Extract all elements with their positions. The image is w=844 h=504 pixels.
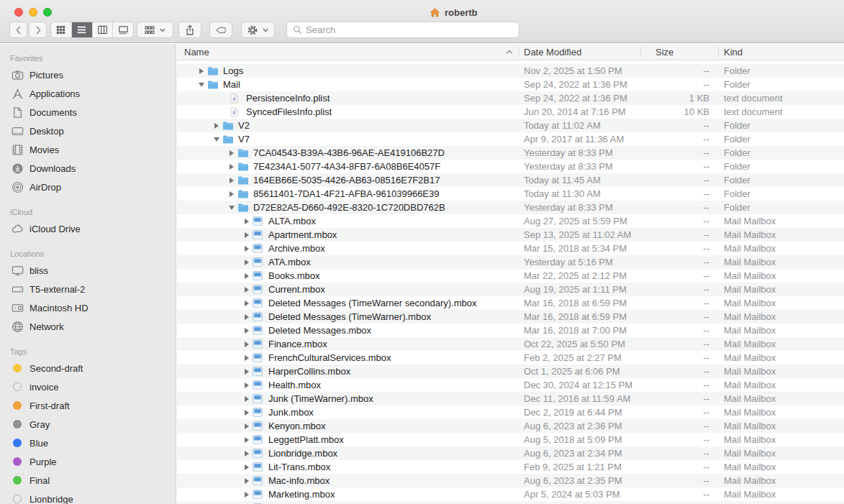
table-row[interactable]: Current.mbox Aug 19, 2025 at 1:11 PM -- … (177, 283, 844, 296)
table-row[interactable]: Marketing.mbox Apr 5, 2024 at 5:03 PM --… (177, 487, 844, 501)
disclosure-triangle-icon[interactable] (242, 446, 253, 460)
sidebar-item-gray[interactable]: Gray (0, 415, 176, 434)
disclosure-triangle-icon[interactable] (227, 160, 237, 173)
table-row[interactable]: V7 Apr 9, 2017 at 11:36 AM -- Folder (177, 132, 844, 146)
icon-view-button[interactable] (51, 22, 72, 37)
disclosure-triangle-icon[interactable] (242, 255, 253, 269)
sidebar-item-first-draft[interactable]: First-draft (0, 396, 176, 415)
table-row[interactable]: Junk.mbox Dec 2, 2019 at 6:44 PM -- Mail… (177, 406, 844, 419)
disclosure-triangle-icon[interactable] (242, 406, 253, 419)
disclosure-triangle-icon[interactable] (197, 64, 207, 78)
column-view-button[interactable] (93, 22, 114, 37)
tag-button[interactable] (209, 22, 232, 38)
disclosure-triangle-icon[interactable] (242, 269, 253, 283)
table-row[interactable]: ATA.mbox Yesterday at 5:16 PM -- Mail Ma… (177, 255, 844, 269)
disclosure-triangle-icon[interactable] (212, 119, 222, 132)
minimize-button[interactable] (29, 8, 37, 17)
table-row[interactable]: FrenchCulturalServices.mbox Feb 2, 2025 … (177, 351, 844, 365)
disclosure-triangle-icon[interactable] (242, 242, 253, 255)
column-header-kind[interactable]: Kind (724, 44, 743, 60)
table-row[interactable]: D72E82A5-D660-492E-8320-1C720DBD762B Yes… (177, 201, 844, 214)
table-row[interactable]: Mac-info.mbox Aug 6, 2023 at 2:35 PM -- … (177, 474, 844, 487)
column-header-size[interactable]: Size (655, 44, 673, 60)
column-header-name[interactable]: Name (184, 44, 209, 60)
disclosure-triangle-icon[interactable] (242, 228, 253, 242)
sidebar-item-desktop[interactable]: Desktop (0, 122, 176, 140)
disclosure-triangle-icon[interactable] (242, 310, 253, 324)
sidebar-item-icloud-drive[interactable]: iCloud Drive (0, 219, 176, 238)
table-row[interactable]: Deleted Messages (TimeWarner secondary).… (177, 296, 844, 310)
table-row[interactable]: HarperCollins.mbox Oct 1, 2025 at 6:06 P… (177, 365, 844, 378)
disclosure-triangle-icon[interactable] (242, 487, 253, 501)
sidebar-item-pictures[interactable]: Pictures (0, 65, 176, 84)
table-row[interactable]: Finance.mbox Oct 22, 2025 at 5:50 PM -- … (177, 337, 844, 351)
disclosure-triangle-icon[interactable] (242, 433, 253, 446)
table-row[interactable]: Archive.mbox Mar 15, 2018 at 5:34 PM -- … (177, 242, 844, 255)
table-row[interactable]: 7CA04543-B39A-43B6-96AE-AE419106B27D Yes… (177, 146, 844, 160)
table-row[interactable]: Deleted Messages.mbox Mar 16, 2018 at 7:… (177, 324, 844, 337)
table-row[interactable]: Lit-Trans.mbox Feb 9, 2025 at 1:21 PM --… (177, 460, 844, 474)
table-row[interactable]: Kenyon.mbox Aug 6, 2023 at 2:36 PM -- Ma… (177, 419, 844, 433)
sidebar-item-bliss[interactable]: bliss (0, 261, 176, 280)
table-row[interactable]: Lionbridge.mbox Aug 6, 2023 at 2:34 PM -… (177, 446, 844, 460)
disclosure-triangle-icon[interactable] (242, 365, 253, 378)
sidebar-item-second-draft[interactable]: Second-draft (0, 359, 176, 377)
disclosure-triangle-icon[interactable] (242, 324, 253, 337)
disclosure-triangle-icon[interactable] (242, 351, 253, 365)
disclosure-triangle-icon[interactable] (212, 132, 222, 146)
back-button[interactable] (9, 22, 27, 38)
table-row[interactable]: V2 Today at 11:02 AM -- Folder (177, 119, 844, 132)
sidebar-item-invoice[interactable]: invoice (0, 377, 176, 396)
column-header-date-modified[interactable]: Date Modified (524, 44, 581, 60)
table-row[interactable]: Books.mbox Mar 22, 2025 at 2:12 PM -- Ma… (177, 269, 844, 283)
list-view-button[interactable] (72, 22, 93, 37)
disclosure-triangle-icon[interactable] (227, 146, 237, 160)
sidebar-item-airdrop[interactable]: AirDrop (0, 178, 176, 196)
table-row[interactable]: b PersistenceInfo.plist Sep 24, 2022 at … (177, 91, 844, 105)
search-field[interactable] (286, 22, 519, 38)
disclosure-triangle-icon[interactable] (242, 296, 253, 310)
action-button[interactable] (241, 22, 275, 38)
disclosure-triangle-icon[interactable] (242, 460, 253, 474)
zoom-button[interactable] (43, 8, 52, 17)
table-row[interactable]: b SyncedFilesInfo.plist Jun 20, 2014 at … (177, 105, 844, 119)
disclosure-triangle-icon[interactable] (242, 378, 253, 392)
table-row[interactable]: LeggettPlatt.mbox Aug 5, 2018 at 5:09 PM… (177, 433, 844, 446)
table-row[interactable]: Mail Sep 24, 2022 at 1:36 PM -- Folder (177, 78, 844, 91)
sidebar-item-movies[interactable]: Movies (0, 140, 176, 159)
disclosure-triangle-icon[interactable] (242, 419, 253, 433)
table-row[interactable]: 7E4234A1-5077-4A34-8FB7-6A08B6E4057F Yes… (177, 160, 844, 173)
group-button[interactable] (137, 22, 173, 38)
gallery-view-button[interactable] (113, 22, 133, 37)
sidebar-item-macintosh-hd[interactable]: Macintosh HD (0, 298, 176, 317)
sidebar-item-documents[interactable]: Documents (0, 103, 176, 122)
disclosure-triangle-icon[interactable] (242, 283, 253, 296)
search-input[interactable] (306, 24, 513, 35)
sidebar-item-final[interactable]: Final (0, 471, 176, 490)
table-row[interactable]: Deleted Messages (TimeWarner).mbox Mar 1… (177, 310, 844, 324)
table-row[interactable]: 85611401-7DA1-4F21-AFBA-961039966E39 Tod… (177, 187, 844, 201)
disclosure-triangle-icon[interactable] (227, 173, 237, 187)
table-row[interactable]: Apartment.mbox Sep 13, 2025 at 11:02 AM … (177, 228, 844, 242)
disclosure-triangle-icon[interactable] (242, 214, 253, 228)
disclosure-triangle-icon[interactable] (197, 78, 207, 91)
close-button[interactable] (14, 8, 23, 17)
disclosure-triangle-icon[interactable] (227, 187, 237, 201)
sidebar-item-blue[interactable]: Blue (0, 434, 176, 452)
disclosure-triangle-icon[interactable] (242, 392, 253, 406)
sidebar-item-lionbridge[interactable]: Lionbridge (0, 490, 176, 504)
table-row[interactable]: 164EB66E-5035-4426-AB63-08516E7F2B17 Tod… (177, 173, 844, 187)
table-row[interactable]: ALTA.mbox Aug 27, 2025 at 5:59 PM -- Mai… (177, 214, 844, 228)
share-button[interactable] (178, 22, 201, 38)
table-row[interactable]: Logs Nov 2, 2025 at 1:50 PM -- Folder (177, 64, 844, 78)
sidebar-item-network[interactable]: Network (0, 317, 176, 336)
sidebar-item-t5-external-2[interactable]: T5-external-2 (0, 280, 176, 298)
disclosure-triangle-icon[interactable] (242, 474, 253, 487)
table-row[interactable]: Health.mbox Dec 30, 2024 at 12:15 PM -- … (177, 378, 844, 392)
sidebar-item-downloads[interactable]: Downloads (0, 159, 176, 178)
disclosure-triangle-icon[interactable] (227, 201, 237, 214)
disclosure-triangle-icon[interactable] (242, 337, 253, 351)
forward-button[interactable] (29, 22, 47, 38)
table-row[interactable]: Junk (TimeWarner).mbox Dec 11, 2016 at 1… (177, 392, 844, 406)
sidebar-item-purple[interactable]: Purple (0, 452, 176, 471)
